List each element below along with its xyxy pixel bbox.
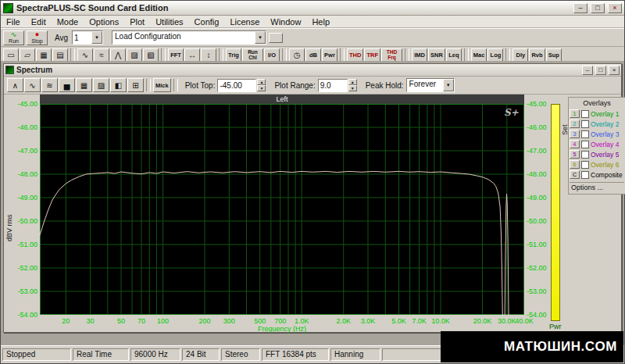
menu-options[interactable]: Options [84,17,124,27]
spectrogram-button[interactable]: ▨ [127,48,142,62]
maximize-button[interactable]: □ [591,3,605,13]
peak-hold-dropdown-arrow-icon[interactable]: ▼ [443,79,454,91]
db-button[interactable]: dB [305,48,321,62]
fft-settings-button[interactable]: FFT [168,48,184,62]
open-file-button[interactable]: ▱ [20,48,35,62]
overlay-4-checkbox[interactable] [581,141,589,148]
overlay-2-checkbox[interactable] [581,120,589,128]
y-scale-button[interactable]: ↕ [201,48,216,62]
configuration-select[interactable]: Load Configuration ▼ [112,30,266,45]
overlay-4-row: 4Overlay 4 [570,139,624,149]
x-tick-label: 100 [151,317,174,325]
surface-button[interactable]: ▧ [143,48,159,62]
leq-button[interactable]: Leq [446,48,462,62]
bar-view-button[interactable]: ▅ [59,78,75,92]
menu-plot[interactable]: Plot [124,17,150,27]
overlay-1-checkbox[interactable] [581,110,589,118]
x-tick-label: 1.0K [290,317,313,325]
save-file-button[interactable]: ▦ [36,48,52,62]
composite-checkbox[interactable] [581,171,589,179]
plot-range-down-icon[interactable]: ▼ [348,85,357,91]
menu-mode[interactable]: Mode [52,17,84,27]
app-icon [3,3,13,13]
menu-file[interactable]: File [1,17,26,27]
thd-button[interactable]: THD [347,48,363,62]
peak-hold-select[interactable]: Forever ▼ [406,78,455,92]
plot-top-input[interactable] [217,79,256,92]
menu-edit[interactable]: Edit [26,17,52,27]
avg-select[interactable]: ▼ [72,30,103,45]
watermark: МАТЮШИН.COM [441,331,623,362]
plot-range-input[interactable] [318,79,348,92]
phase-view-button[interactable]: ◧ [110,78,127,92]
new-file-button[interactable]: ▭ [3,48,19,62]
timer-button[interactable]: ◷ [289,48,305,62]
signal-generator-button[interactable]: ∿ [77,48,93,62]
spectrum-view-button[interactable]: ∧ [7,78,23,92]
plot-top-up-icon[interactable]: ▲ [257,79,266,85]
io-button[interactable]: I/O [264,48,280,62]
close-button[interactable]: × [608,3,622,13]
run-button[interactable]: ∿ Run [3,30,24,45]
overlay-6-checkbox[interactable] [581,161,589,169]
spectrogram-view-button[interactable]: ▦ [76,78,92,92]
y-tick-label: -45.00 [12,100,38,108]
thd-freq-button[interactable]: THD Frq [381,48,402,62]
overlay-6-button[interactable]: 6 [570,160,580,169]
configuration-dropdown-arrow-icon[interactable]: ▼ [255,31,266,44]
spectrum-minimize-button[interactable]: – [582,66,593,75]
snr-button[interactable]: SNR [428,48,445,62]
x-tick-label: 3.0K [356,317,380,325]
stop-button[interactable]: ● Stop [27,30,48,45]
menu-config[interactable]: Config [189,17,225,27]
delay-button[interactable]: Dly [512,48,528,62]
y-tick-label: -49.00 [12,194,38,202]
toolbar-separator [146,79,151,91]
spectrum-title-bar[interactable]: Spectrum – □ × [4,64,621,77]
reverb-button[interactable]: Rvb [529,48,545,62]
grid-view-button[interactable]: ⊞ [127,78,144,92]
overlay-5-button[interactable]: 5 [570,150,580,159]
plot-top-down-icon[interactable]: ▼ [257,85,266,91]
macro-button[interactable]: Mac [471,48,488,62]
run-control-button[interactable]: Run Chl [242,48,263,62]
sup-button[interactable]: Sup [546,48,562,62]
trf-button[interactable]: TRF [364,48,380,62]
overlay-1-button[interactable]: 1 [570,109,580,118]
composite-button[interactable]: C [570,170,580,179]
config-extra-button[interactable] [269,33,283,43]
dual-view-button[interactable]: ≋ [41,78,58,92]
menu-window[interactable]: Window [265,17,306,27]
spectrum-button[interactable]: ⋀ [110,48,126,62]
menu-utilities[interactable]: Utilities [150,17,188,27]
spectrum-plot-svg[interactable] [40,104,524,315]
menu-help[interactable]: Help [306,17,335,27]
mic-compensation-button[interactable]: Mick [153,78,171,92]
spectrum-maximize-button[interactable]: □ [595,66,606,75]
overlay-2-button[interactable]: 2 [570,120,580,128]
spectrum-close-button[interactable]: × [609,66,620,75]
surface-view-button[interactable]: ▨ [93,78,109,92]
trigger-button[interactable]: Trig [226,48,241,62]
overlay-5-checkbox[interactable] [581,151,589,159]
plot-range-label: Plot Range: [274,81,315,90]
log-button[interactable]: Log [488,48,503,62]
avg-input[interactable] [73,31,91,44]
imd-button[interactable]: IMD [412,48,427,62]
minimize-button[interactable]: – [573,3,588,13]
menu-license[interactable]: License [224,17,265,27]
time-series-view-button[interactable]: ∿ [24,78,41,92]
power-button[interactable]: Pwr [322,48,338,62]
x-scale-button[interactable]: ↔ [184,48,200,62]
overlays-options-button[interactable]: Options ... [570,182,624,192]
overlay-3-button[interactable]: 3 [570,130,580,138]
status-window-function: Hanning [330,348,380,361]
overlay-3-checkbox[interactable] [581,130,589,138]
application-window: SpectraPLUS-SC Sound Card Edition – □ × … [0,0,625,364]
print-button[interactable]: ▤ [52,48,68,62]
x-tick-label: 20.0K [470,317,494,325]
avg-dropdown-arrow-icon[interactable]: ▼ [91,31,102,44]
plot-range-up-icon[interactable]: ▲ [348,79,357,85]
overlay-4-button[interactable]: 4 [570,140,580,148]
time-series-button[interactable]: ≈ [94,48,109,62]
